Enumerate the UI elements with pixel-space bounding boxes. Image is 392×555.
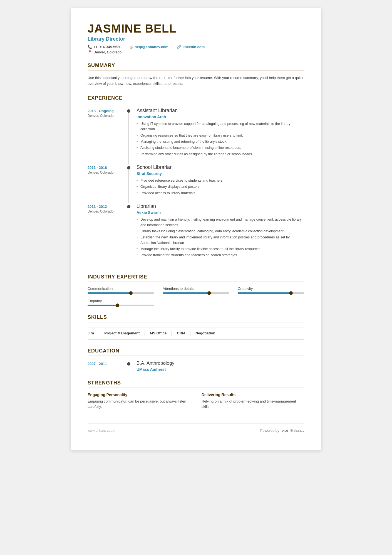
expertise-label: Creativity [238, 287, 304, 291]
exp-dot-col [126, 164, 131, 203]
expertise-item: Empathy [88, 299, 154, 306]
exp-date: 2011 - 2013 [88, 204, 124, 209]
expertise-bar-fill [88, 305, 118, 306]
exp-bullet: Library tasks including classification, … [137, 229, 304, 234]
powered-by-text: Powered by [260, 428, 279, 433]
expertise-grid: Communication Attentions to details Crea… [88, 287, 304, 306]
strength-desc: Relying on a mix of problem-solving and … [202, 399, 304, 410]
exp-location: Denver, Colorado [88, 171, 124, 174]
location-text: Denver, Colorado [93, 50, 121, 54]
exp-date: 2018 - Ongoing [88, 109, 124, 113]
expertise-bar-track [88, 305, 154, 306]
strength-item: Engaging Personality Engaging communicat… [88, 393, 190, 410]
strength-desc: Engaging communicator, can be persuasive… [88, 399, 190, 410]
skills-section: SKILLS JiraProject ManagementMS OfficeCR… [88, 314, 304, 340]
skill-tag: MS Office [150, 331, 172, 336]
exp-bullet: Provide training for students and teache… [137, 253, 304, 258]
skill-tag: Negotiation [195, 331, 220, 336]
exp-bullet: Using IT systems to provide support for … [137, 121, 304, 132]
summary-section: SUMMARY Use this opportunity to intrigue… [88, 63, 304, 87]
expertise-section: INDUSTRY EXPERTISE Communication Attenti… [88, 274, 304, 306]
exp-bullet: Manage the library facility to provide f… [137, 246, 304, 252]
exp-dot-col [126, 108, 131, 164]
expertise-item: Communication [88, 287, 154, 294]
exp-date-loc: 2013 - 2018Denver, Colorado [88, 164, 126, 203]
skill-tag: Jira [88, 331, 99, 336]
exp-bullet: Assisting students to become proficient … [137, 145, 304, 151]
experience-grid: 2018 - OngoingDenver, Colorado Assistant… [88, 108, 304, 266]
strength-title: Engaging Personality [88, 393, 190, 397]
exp-vline [128, 169, 129, 203]
exp-bullets: Provided reference services to students … [137, 178, 304, 196]
email-contact: @ help@enhancv.com [130, 45, 168, 49]
exp-date-loc: 2011 - 2013Denver, Colorado [88, 203, 126, 266]
exp-company: Strat Security [137, 171, 304, 176]
edu-school: UMass Amherst [137, 367, 304, 372]
email-address: help@enhancv.com [135, 45, 168, 49]
edu-content: B.A. Anthropology UMass Amherst [131, 361, 304, 372]
strength-title: Delivering Results [202, 393, 304, 397]
experience-section: EXPERIENCE 2018 - OngoingDenver, Colorad… [88, 95, 304, 266]
exp-dot [127, 109, 130, 113]
exp-bullet: Organized library displays and posters. [137, 184, 304, 189]
footer-website: www.enhancv.com [88, 429, 115, 433]
linkedin-icon: 🔗 [177, 45, 181, 49]
exp-location: Denver, Colorado [88, 114, 124, 118]
strengths-title: STRENGTHS [88, 380, 304, 388]
expertise-title: INDUSTRY EXPERTISE [88, 274, 304, 282]
exp-bullets: Using IT systems to provide support for … [137, 121, 304, 157]
expertise-item: Creativity [238, 287, 304, 294]
email-icon: @ [130, 45, 133, 49]
exp-bullet: Provided access to library materials. [137, 191, 304, 196]
education-section: EDUCATION 2007 - 2011 B.A. Anthropology … [88, 348, 304, 372]
skills-row: JiraProject ManagementMS OfficeCRMNegoti… [88, 327, 304, 340]
edu-date: 2007 - 2011 [88, 361, 126, 372]
exp-vline [128, 113, 129, 164]
expertise-label: Empathy [88, 299, 154, 303]
footer-logo: Powered by ⌀∞ Enhancv [260, 428, 304, 434]
linkedin-url: linkedin.com [183, 45, 205, 49]
strengths-section: STRENGTHS Engaging Personality Engaging … [88, 380, 304, 410]
expertise-item: Attentions to details [163, 287, 229, 294]
exp-bullet: Develop and maintain a friendly, invitin… [137, 217, 304, 228]
exp-content: Assistant Librarian Innovation Arch Usin… [131, 108, 304, 164]
expertise-label: Attentions to details [163, 287, 229, 291]
exp-dot [127, 166, 130, 169]
header: JASMINE BELL Library Director 📞 +1-914-3… [88, 22, 304, 54]
strength-item: Delivering Results Relying on a mix of p… [202, 393, 304, 410]
exp-bullet: Organising resources so that they are ea… [137, 133, 304, 138]
expertise-bar-dot [289, 291, 293, 295]
exp-company: Aexie Swarm [137, 210, 304, 215]
exp-dot [127, 205, 130, 208]
expertise-label: Communication [88, 287, 154, 291]
candidate-name: JASMINE BELL [88, 22, 304, 35]
expertise-bar-fill [88, 292, 131, 294]
edu-dot [127, 362, 130, 366]
exp-date-loc: 2018 - OngoingDenver, Colorado [88, 108, 126, 164]
education-grid: 2007 - 2011 B.A. Anthropology UMass Amhe… [88, 361, 304, 372]
contact-row: 📞 +1-914-345-5530 @ help@enhancv.com 🔗 l… [88, 45, 304, 49]
exp-dot-col [126, 203, 131, 266]
edu-degree: B.A. Anthropology [137, 361, 304, 366]
expertise-bar-fill [163, 292, 209, 294]
expertise-bar-track [163, 292, 229, 294]
summary-text: Use this opportunity to intrigue and dra… [88, 75, 304, 87]
edu-dot-col [126, 361, 131, 372]
exp-bullets: Develop and maintain a friendly, invitin… [137, 217, 304, 258]
education-title: EDUCATION [88, 348, 304, 356]
exp-bullet: Establish the new library and implement … [137, 235, 304, 246]
expertise-bar-fill [238, 292, 291, 294]
candidate-title: Library Director [88, 36, 304, 42]
exp-company: Innovation Arch [137, 115, 304, 119]
expertise-bar-track [88, 292, 154, 294]
exp-bullet: Performing any other duties as assigned … [137, 152, 304, 157]
expertise-bar-dot [207, 291, 211, 295]
skill-tag: CRM [177, 331, 190, 336]
exp-location: Denver, Colorado [88, 209, 124, 213]
page-footer: www.enhancv.com Powered by ⌀∞ Enhancv [88, 423, 304, 434]
summary-title: SUMMARY [88, 63, 304, 71]
linkedin-contact: 🔗 linkedin.com [177, 45, 205, 49]
exp-bullet: Provided reference services to students … [137, 178, 304, 183]
exp-content: Librarian Aexie Swarm Develop and mainta… [131, 203, 304, 266]
location-icon: 📍 [88, 50, 92, 54]
